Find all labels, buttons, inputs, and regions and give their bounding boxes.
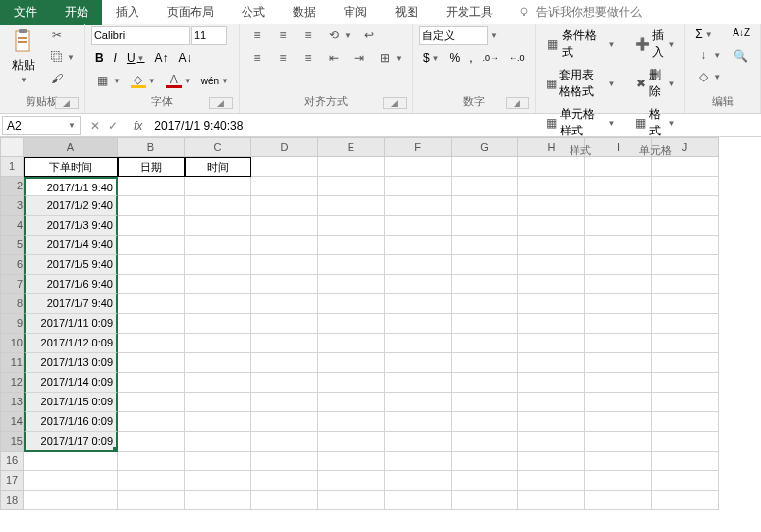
cell[interactable] (185, 491, 251, 510)
cell[interactable] (452, 412, 518, 432)
cell[interactable]: 2017/1/15 0:09 (24, 393, 118, 412)
cell[interactable] (452, 255, 518, 275)
row-header[interactable]: 5 (0, 236, 24, 255)
cell[interactable] (118, 471, 185, 491)
cell[interactable] (385, 334, 452, 353)
cell[interactable] (318, 393, 385, 412)
align-right-button[interactable]: ≡ (297, 48, 320, 68)
cell[interactable] (652, 393, 719, 412)
cell[interactable] (652, 491, 719, 510)
cell[interactable] (452, 432, 518, 452)
cell[interactable] (251, 452, 318, 471)
align-middle-button[interactable]: ≡ (271, 26, 295, 45)
cell[interactable] (318, 255, 385, 275)
cell[interactable] (251, 412, 318, 432)
tell-me-search[interactable]: 告诉我你想要做什么 (516, 4, 642, 21)
font-color-button[interactable]: A▼ (162, 71, 195, 90)
cell[interactable] (118, 177, 185, 196)
cell[interactable] (318, 236, 385, 255)
cell[interactable] (385, 491, 452, 510)
conditional-format-button[interactable]: ▦条件格式▼ (542, 26, 620, 63)
cell[interactable] (385, 452, 452, 471)
border-button[interactable]: ▦▼ (91, 71, 125, 90)
autosum-button[interactable]: Σ▼ (691, 26, 725, 43)
wrap-text-button[interactable]: ↩ (357, 26, 381, 45)
cell[interactable] (185, 432, 251, 452)
row-header[interactable]: 6 (0, 255, 24, 275)
cell[interactable] (518, 373, 585, 393)
cell[interactable] (652, 294, 719, 314)
cell[interactable]: 时间 (185, 157, 251, 177)
tab-developer[interactable]: 开发工具 (432, 0, 507, 25)
insert-cells-button[interactable]: ➕插入▼ (631, 26, 679, 63)
row-header[interactable]: 13 (0, 393, 24, 412)
font-name-combo[interactable] (91, 26, 190, 45)
cell[interactable] (251, 353, 318, 373)
cut-button[interactable]: ✂ (45, 26, 79, 45)
cell[interactable] (318, 275, 385, 294)
cell[interactable]: 2017/1/17 0:09 (24, 432, 118, 452)
cell[interactable] (518, 294, 585, 314)
cell[interactable] (585, 412, 652, 432)
cell[interactable] (452, 157, 518, 177)
cell[interactable] (452, 471, 518, 491)
cell[interactable]: 2017/1/13 0:09 (24, 353, 118, 373)
cell[interactable] (118, 393, 185, 412)
cell[interactable] (251, 373, 318, 393)
cell[interactable] (251, 216, 318, 236)
cell[interactable] (452, 236, 518, 255)
delete-cells-button[interactable]: ✖删除▼ (631, 65, 679, 102)
cell[interactable] (118, 452, 185, 471)
cell[interactable] (318, 353, 385, 373)
cell[interactable] (318, 373, 385, 393)
cell[interactable] (251, 471, 318, 491)
cell[interactable]: 2017/1/7 9:40 (24, 294, 118, 314)
cell[interactable] (518, 432, 585, 452)
cell[interactable] (652, 255, 719, 275)
cell[interactable] (518, 412, 585, 432)
cell[interactable] (251, 275, 318, 294)
format-cells-button[interactable]: ▦格式▼ (631, 104, 679, 141)
cell[interactable] (118, 294, 185, 314)
column-header-B[interactable]: B (118, 137, 185, 157)
cell[interactable] (585, 157, 652, 177)
increase-indent-button[interactable]: ⇥ (348, 48, 371, 68)
row-header[interactable]: 17 (0, 471, 24, 491)
cell[interactable] (185, 216, 251, 236)
cell[interactable]: 2017/1/5 9:40 (24, 255, 118, 275)
cell[interactable] (518, 255, 585, 275)
cell[interactable] (385, 216, 452, 236)
cell[interactable] (118, 353, 185, 373)
tab-review[interactable]: 审阅 (330, 0, 381, 25)
align-top-button[interactable]: ≡ (245, 26, 269, 45)
tab-file[interactable]: 文件 (0, 0, 51, 25)
decrease-decimal-button[interactable]: ←.0 (505, 51, 529, 65)
dialog-launcher-icon[interactable]: ◢ (209, 97, 233, 109)
fx-icon[interactable]: fx (128, 119, 148, 133)
cell[interactable] (518, 314, 585, 334)
comma-button[interactable]: , (465, 49, 476, 67)
cell[interactable] (652, 412, 719, 432)
cancel-formula-button[interactable]: ✕ (90, 119, 100, 133)
cell[interactable] (318, 452, 385, 471)
cell[interactable] (24, 471, 118, 491)
cell[interactable] (385, 353, 452, 373)
tab-view[interactable]: 视图 (381, 0, 432, 25)
cell[interactable] (585, 373, 652, 393)
cell[interactable] (24, 452, 118, 471)
increase-decimal-button[interactable]: .0→ (479, 51, 504, 65)
find-select-button[interactable]: 🔍 (729, 46, 754, 66)
cell[interactable] (118, 196, 185, 216)
cell[interactable] (385, 471, 452, 491)
cell[interactable] (318, 314, 385, 334)
align-left-button[interactable]: ≡ (245, 48, 269, 68)
cell[interactable] (518, 491, 585, 510)
cell[interactable]: 2017/1/2 9:40 (24, 196, 118, 216)
cell[interactable] (452, 452, 518, 471)
cell[interactable] (518, 452, 585, 471)
cell[interactable] (452, 491, 518, 510)
cell[interactable] (585, 471, 652, 491)
cell[interactable] (385, 177, 452, 196)
cell[interactable] (185, 471, 251, 491)
tab-insert[interactable]: 插入 (102, 0, 153, 25)
